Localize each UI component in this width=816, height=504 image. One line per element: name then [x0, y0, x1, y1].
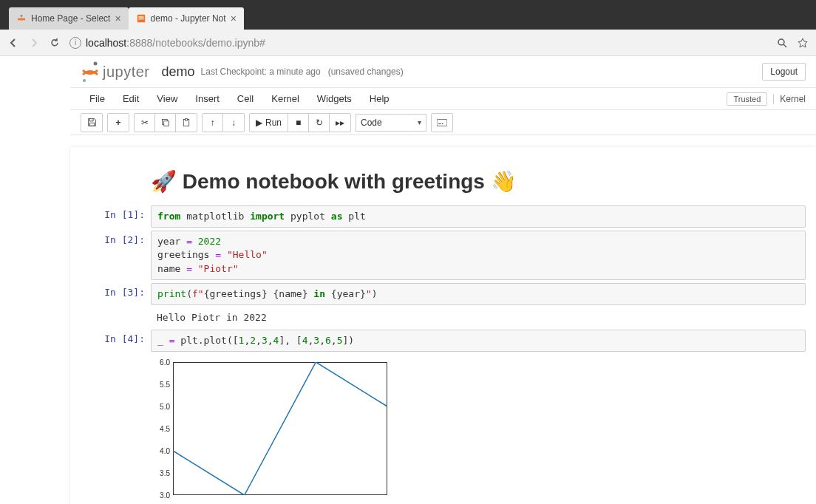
move-up-button[interactable]: ↑: [203, 114, 223, 132]
kernel-indicator[interactable]: Kernel: [773, 94, 806, 104]
logout-button[interactable]: Logout: [762, 63, 806, 81]
site-info-icon[interactable]: i: [69, 37, 81, 49]
menu-help[interactable]: Help: [361, 90, 398, 107]
paste-button[interactable]: [176, 114, 197, 132]
trusted-indicator[interactable]: Trusted: [727, 92, 767, 106]
menu-widgets[interactable]: Widgets: [308, 90, 361, 107]
y-tick-label: 3.0: [151, 491, 170, 500]
svg-point-7: [83, 79, 86, 82]
run-button[interactable]: ▶ Run: [250, 114, 288, 132]
svg-line-5: [783, 44, 786, 47]
svg-point-13: [438, 123, 440, 124]
notebook-title-heading: 🚀 Demo notebook with greetings 👋: [151, 169, 806, 194]
address-bar[interactable]: i localhost:8888/notebooks/demo.ipynb#: [69, 37, 767, 49]
forward-icon: [28, 37, 40, 49]
markdown-cell-title[interactable]: 🚀 Demo notebook with greetings 👋: [70, 169, 816, 194]
interrupt-button[interactable]: ■: [288, 114, 309, 132]
svg-point-6: [94, 62, 98, 66]
plot-line: [173, 362, 387, 495]
back-icon[interactable]: [7, 37, 19, 49]
svg-rect-11: [186, 118, 188, 120]
url-path: /notebooks/demo.ipynb#: [152, 37, 265, 49]
prompt-in-1: In [1]:: [81, 205, 151, 228]
tab-title: Home Page - Select: [31, 13, 110, 24]
cell-type-select[interactable]: Code: [356, 114, 426, 132]
y-tick-label: 6.0: [151, 358, 170, 367]
y-tick-label: 4.5: [151, 425, 170, 433]
code-input-2[interactable]: year = 2022 greetings = "Hello" name = "…: [151, 231, 806, 280]
y-tick-label: 5.0: [151, 403, 170, 411]
copy-button[interactable]: [155, 114, 176, 132]
reload-icon[interactable]: [49, 37, 61, 49]
svg-point-4: [778, 39, 784, 45]
move-down-button[interactable]: ↓: [223, 114, 244, 132]
code-cell-2[interactable]: In [2]: year = 2022 greetings = "Hello" …: [70, 231, 816, 280]
svg-rect-2: [138, 16, 143, 17]
prompt-in-4: In [4]:: [81, 330, 151, 352]
menu-edit[interactable]: Edit: [114, 90, 148, 107]
code-input-4[interactable]: _ = plt.plot([1,2,3,4], [4,3,6,5]): [151, 330, 806, 352]
cut-button[interactable]: ✂: [135, 114, 155, 132]
restart-button[interactable]: ↻: [309, 114, 330, 132]
zoom-icon[interactable]: [776, 37, 788, 49]
url-port: :8888: [126, 37, 152, 49]
stdout-output: Hello Piotr in 2022: [151, 308, 806, 327]
svg-rect-3: [138, 18, 143, 19]
add-cell-button[interactable]: +: [108, 114, 129, 132]
menubar: File Edit View Insert Cell Kernel Widget…: [70, 88, 816, 110]
restart-run-all-button[interactable]: ▸▸: [330, 114, 350, 132]
tab-title: demo - Jupyter Not: [151, 13, 226, 24]
jupyter-logo[interactable]: jupyter: [81, 61, 150, 83]
bookmark-icon[interactable]: [797, 37, 809, 49]
svg-point-15: [442, 123, 443, 124]
menu-view[interactable]: View: [148, 90, 186, 107]
code-cell-1[interactable]: In [1]: from matplotlib import pyplot as…: [70, 205, 816, 228]
command-palette-button[interactable]: [432, 114, 452, 132]
toolbar: + ✂ ↑ ↓ ▶ Run ■ ↻ ▸▸ Code: [70, 110, 816, 135]
code-cell-3[interactable]: In [3]: print(f"{greetings} {name} in {y…: [70, 283, 816, 305]
save-button[interactable]: [81, 114, 102, 132]
checkpoint-status: Last Checkpoint: a minute ago (unsaved c…: [201, 67, 404, 77]
y-tick-label: 4.0: [151, 447, 170, 455]
close-icon[interactable]: ×: [231, 13, 237, 24]
code-input-3[interactable]: print(f"{greetings} {name} in {year}"): [151, 283, 806, 305]
menu-kernel[interactable]: Kernel: [262, 90, 308, 107]
svg-point-14: [441, 123, 442, 124]
menu-cell[interactable]: Cell: [228, 90, 262, 107]
matplotlib-output: 3.03.54.04.55.05.56.0: [151, 355, 395, 504]
jupyter-favicon: [16, 13, 27, 24]
browser-tab-home[interactable]: Home Page - Select ×: [9, 7, 129, 30]
y-tick-label: 3.5: [151, 469, 170, 477]
browser-tab-strip: Home Page - Select × demo - Jupyter Not …: [0, 0, 816, 30]
svg-point-0: [21, 15, 23, 17]
output-cell-3: Hello Piotr in 2022: [70, 308, 816, 327]
code-input-1[interactable]: from matplotlib import pyplot as plt: [151, 205, 806, 228]
browser-tab-demo[interactable]: demo - Jupyter Not ×: [129, 7, 244, 30]
menu-file[interactable]: File: [81, 90, 114, 107]
notebook-container: 🚀 Demo notebook with greetings 👋 In [1]:…: [70, 147, 816, 504]
y-tick-label: 5.5: [151, 381, 170, 389]
jupyter-header: jupyter demo Last Checkpoint: a minute a…: [70, 56, 816, 88]
svg-rect-9: [163, 120, 169, 126]
logo-text: jupyter: [103, 64, 150, 81]
svg-rect-12: [437, 119, 447, 126]
notebook-name[interactable]: demo: [162, 64, 195, 80]
menu-insert[interactable]: Insert: [186, 90, 228, 107]
close-icon[interactable]: ×: [115, 13, 120, 24]
notebook-favicon: [136, 13, 146, 24]
prompt-in-3: In [3]:: [81, 283, 151, 305]
code-cell-4[interactable]: In [4]: _ = plt.plot([1,2,3,4], [4,3,6,5…: [70, 330, 816, 352]
prompt-in-2: In [2]:: [81, 231, 151, 280]
url-host: localhost: [86, 37, 126, 49]
url-bar: i localhost:8888/notebooks/demo.ipynb#: [0, 30, 816, 56]
